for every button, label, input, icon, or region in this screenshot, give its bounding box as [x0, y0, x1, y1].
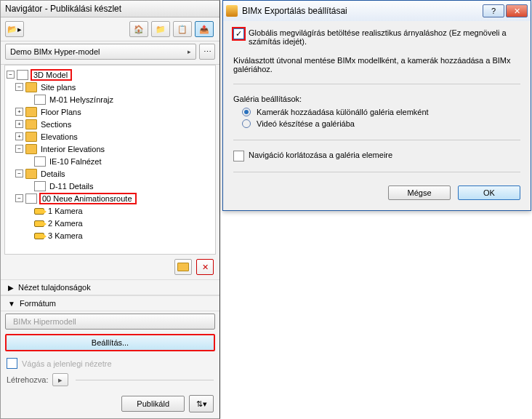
delete-button[interactable]: ✕	[196, 259, 214, 275]
camera-icon	[34, 208, 44, 215]
bottom-area: Vágás a jelenlegi nézetre Létrehozva: ▸	[1, 354, 219, 391]
limit-navigation-label: Navigáció korlátozása a galéria elemeire	[249, 151, 392, 159]
set-selector-row: Demo BIMx Hyper-model ▸ ⋯	[1, 41, 219, 65]
global-illumination-label: Globális megvilágírás betöltése realiszt…	[249, 28, 520, 46]
set-dropdown[interactable]: Demo BIMx Hyper-model ▸	[5, 44, 196, 60]
folder-icon	[25, 132, 37, 142]
tree-item[interactable]: Interior Elevations	[39, 145, 106, 153]
open-button[interactable]: 📂▸	[5, 21, 24, 37]
publish-button[interactable]: Publikáld	[121, 396, 185, 412]
global-illumination-checkbox[interactable]: ✓	[233, 28, 244, 39]
navigator-title: Navigátor - Publikálási készlet	[1, 1, 219, 17]
created-label: Létrehozva:	[7, 375, 48, 384]
app-icon	[226, 5, 238, 17]
folder-icon	[25, 119, 37, 129]
publish-menu-button[interactable]: ⇅▾	[189, 395, 214, 412]
tree-animation[interactable]: 00 Neue Animationsroute	[39, 193, 137, 204]
chevron-right-icon: ▸	[188, 48, 191, 55]
format-section[interactable]: ▼ Formátum	[1, 295, 219, 311]
help-button[interactable]: ?	[483, 4, 504, 17]
tree-actions: ✕	[1, 255, 219, 279]
radio-make-video[interactable]	[242, 119, 251, 128]
tree-item[interactable]: 2 Kamera	[47, 219, 84, 228]
navigator-toolbar: 📂▸ 🏠 📁 📋 📤	[1, 17, 219, 41]
folder-icon	[25, 169, 37, 179]
tree-item[interactable]: Site plans	[39, 83, 77, 92]
clip-label: Vágás a jelenlegi nézetre	[22, 359, 112, 368]
path-button[interactable]: ▸	[52, 373, 68, 386]
layout-book-icon[interactable]: 📋	[173, 21, 192, 37]
chevron-right-icon: ▶	[8, 284, 14, 292]
tree-item[interactable]: Floor Plans	[39, 108, 83, 116]
project-map-icon[interactable]: 🏠	[129, 21, 148, 37]
document-icon	[34, 181, 46, 191]
clip-checkbox[interactable]	[7, 358, 17, 369]
ok-button[interactable]: OK	[458, 185, 520, 200]
dialog-description: Kiválasztott útvonal mentése BIMx modell…	[233, 56, 520, 73]
path-field	[76, 380, 214, 380]
radio-video-label: Videó készítése a galériába	[257, 119, 355, 128]
camera-icon	[34, 233, 44, 239]
tree-item[interactable]: IE-10 Falnézet	[48, 157, 103, 166]
section-label: Nézet tulajdonságok	[18, 283, 91, 292]
tree-item[interactable]: Elevations	[39, 132, 79, 141]
settings-button[interactable]: Beállítás...	[5, 334, 215, 351]
tree-root[interactable]: 3D Model	[31, 69, 72, 81]
set-dropdown-label: Demo BIMx Hyper-model	[10, 47, 100, 56]
radio-add-label: Kamerák hozzáadása különálló galéria ele…	[257, 108, 429, 116]
document-icon	[34, 95, 46, 105]
chevron-down-icon: ▼	[8, 300, 15, 308]
gallery-settings-title: Galéria beállítások:	[233, 95, 520, 103]
folder-icon	[25, 144, 37, 154]
view-properties-section[interactable]: ▶ Nézet tulajdonságok	[1, 279, 219, 295]
camera-icon	[34, 220, 44, 227]
folder-icon	[25, 82, 37, 92]
limit-navigation-checkbox[interactable]	[233, 151, 244, 161]
document-icon	[34, 156, 46, 167]
dialog-titlebar[interactable]: BIMx Exportálás beállításai ? ✕	[223, 1, 531, 21]
set-properties-button[interactable]: ⋯	[199, 44, 215, 60]
publish-row: Publikáld ⇅▾	[1, 391, 219, 418]
folder-icon	[25, 107, 37, 117]
tree-item[interactable]: Details	[39, 169, 67, 178]
new-folder-button[interactable]	[174, 259, 192, 275]
model-icon	[25, 193, 37, 204]
tree-item[interactable]: D-11 Details	[48, 182, 95, 191]
view-map-icon[interactable]: 📁	[151, 21, 170, 37]
format-dropdown[interactable]: BIMx Hipermodell	[5, 314, 215, 330]
close-button[interactable]: ✕	[506, 4, 528, 17]
tree-item[interactable]: M-01 Helyszínrajz	[48, 95, 115, 104]
tree-item[interactable]: 3 Kamera	[47, 231, 84, 240]
tree-item[interactable]: Sections	[39, 120, 73, 129]
bimx-export-dialog: BIMx Exportálás beállításai ? ✕ ✓ Globál…	[222, 0, 531, 211]
cancel-button[interactable]: Mégse	[388, 185, 451, 200]
dialog-title: BIMx Exportálás beállításai	[242, 6, 347, 16]
model-icon	[17, 70, 28, 80]
tree-item[interactable]: 1 Kamera	[47, 207, 84, 215]
section-label: Formátum	[20, 299, 56, 308]
tree-view[interactable]: −3D Model −Site plans M-01 Helyszínrajz …	[4, 65, 216, 255]
publisher-icon[interactable]: 📤	[195, 21, 214, 37]
navigator-panel: Navigátor - Publikálási készlet 📂▸ 🏠 📁 📋…	[0, 0, 220, 419]
radio-add-cameras[interactable]	[242, 108, 251, 116]
